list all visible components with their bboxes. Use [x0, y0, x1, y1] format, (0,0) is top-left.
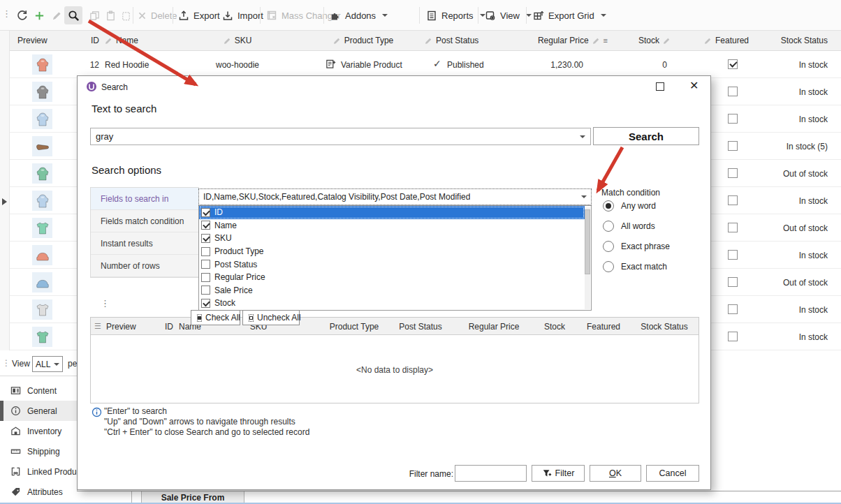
ruler-icon — [10, 446, 21, 457]
ok-button[interactable]: OK — [590, 465, 641, 482]
edit-button[interactable] — [47, 6, 66, 24]
radio-icon[interactable] — [603, 221, 614, 232]
field-checkbox[interactable] — [201, 273, 210, 282]
filter-name-input[interactable] — [455, 465, 527, 482]
stock-status-value: In stock — [754, 114, 828, 124]
featured-checkbox[interactable] — [728, 304, 738, 314]
column-featured[interactable]: Featured — [688, 36, 765, 45]
tab-attributes[interactable]: Attributes — [0, 482, 77, 502]
column-id[interactable]: ID — [85, 36, 99, 45]
column-sku[interactable]: SKU — [189, 36, 286, 45]
addons-button[interactable]: Addons — [330, 6, 388, 24]
results-column-header[interactable]: Post Status — [379, 322, 462, 332]
match-option-exact-phrase[interactable]: Exact phrase — [603, 241, 670, 252]
field-list-item[interactable]: Post Status — [199, 258, 591, 271]
column-product-type[interactable]: Product Type — [307, 36, 419, 45]
check-all-button[interactable]: Check All — [191, 310, 240, 325]
import-button[interactable]: Import — [222, 6, 263, 24]
radio-icon[interactable] — [603, 200, 614, 212]
reports-button[interactable]: Reports — [426, 6, 485, 24]
field-checkbox[interactable] — [201, 221, 210, 230]
app-logo-icon — [86, 81, 97, 92]
featured-checkbox[interactable] — [728, 277, 738, 287]
search-submit-button[interactable]: Search — [593, 127, 699, 145]
column-preview[interactable]: Preview — [17, 36, 47, 45]
results-column-header[interactable]: Stock Status — [630, 322, 699, 332]
field-list-item[interactable]: Name — [199, 219, 591, 232]
column-regular-price[interactable]: Regular Price ≡ — [461, 36, 608, 45]
results-column-header[interactable]: Regular Price — [452, 322, 536, 332]
featured-checkbox[interactable] — [728, 114, 738, 124]
featured-checkbox[interactable] — [728, 168, 738, 178]
search-hints: "Enter" to search "Up" and "Down" arrows… — [104, 406, 309, 438]
maximize-button[interactable] — [656, 82, 664, 91]
tab-linked-products[interactable]: Linked Products — [0, 461, 77, 482]
uncheck-all-button[interactable]: Uncheck All — [242, 310, 300, 325]
match-option-exact-match[interactable]: Exact match — [603, 261, 667, 272]
cancel-button[interactable]: Cancel — [646, 465, 699, 482]
results-column-header[interactable]: Stock — [527, 322, 583, 332]
radio-icon[interactable] — [603, 261, 614, 272]
field-list-item[interactable]: SKU — [199, 232, 591, 245]
refresh-button[interactable] — [13, 6, 31, 24]
search-text-value: gray — [96, 131, 113, 142]
row1-stock: 0 — [615, 60, 667, 70]
radio-icon[interactable] — [603, 241, 614, 252]
toolbar-separator — [419, 7, 420, 24]
tab-general[interactable]: General — [0, 401, 77, 421]
option-row[interactable]: Number of rows — [91, 255, 198, 277]
featured-checkbox[interactable] — [728, 87, 738, 96]
results-column-header[interactable]: Featured — [576, 322, 631, 332]
field-list-item[interactable]: Product Type — [199, 245, 591, 258]
featured-checkbox[interactable] — [728, 141, 738, 151]
filter-button[interactable]: Filter — [532, 465, 585, 482]
match-option-any-word[interactable]: Any word — [603, 200, 656, 212]
column-stock-status[interactable]: Stock Status — [758, 36, 828, 45]
featured-checkbox[interactable] — [728, 223, 738, 232]
field-checkbox[interactable] — [201, 234, 210, 243]
field-checkbox[interactable] — [201, 299, 210, 308]
published-check-icon: ✓ — [433, 58, 441, 69]
option-row[interactable]: Fields match condition — [91, 210, 198, 232]
view-button[interactable]: View — [485, 6, 532, 24]
info-icon — [10, 406, 21, 416]
field-checkbox[interactable] — [201, 247, 210, 256]
search-button[interactable] — [64, 6, 82, 24]
tshirt-thumb-icon — [34, 329, 51, 346]
delete-button[interactable]: Delete — [138, 6, 177, 24]
field-list-item[interactable]: Sale Price — [199, 284, 591, 297]
featured-checkbox[interactable] — [728, 250, 738, 260]
column-stock[interactable]: Stock — [594, 36, 671, 45]
row1-values: 12 Red Hoodie woo-hoodie Variable Produc… — [0, 51, 841, 78]
search-text-input[interactable]: gray — [90, 128, 591, 145]
results-column-header[interactable]: Preview — [106, 322, 138, 332]
close-icon[interactable]: ✕ — [689, 79, 699, 92]
field-checkbox[interactable] — [201, 286, 210, 295]
row1-name: Red Hoodie — [105, 60, 149, 70]
pencil-icon — [704, 37, 712, 45]
column-name[interactable]: Name — [105, 36, 138, 45]
export-button[interactable]: Export — [178, 6, 220, 24]
tab-shipping[interactable]: Shipping — [0, 441, 77, 461]
field-checkbox[interactable] — [201, 208, 210, 217]
view-page-size-select[interactable]: ALL — [32, 356, 63, 372]
field-list-item[interactable]: Stock — [199, 297, 591, 310]
tab-content[interactable]: Content — [0, 380, 77, 401]
featured-checkbox[interactable] — [728, 195, 738, 205]
field-checkbox[interactable] — [201, 260, 210, 269]
dialog-titlebar[interactable]: Search ✕ — [78, 76, 710, 97]
results-column-header[interactable]: ID — [149, 322, 173, 332]
export-grid-button[interactable]: Export Grid — [533, 6, 606, 24]
tab-inventory[interactable]: Inventory — [0, 421, 77, 441]
column-chooser-icon[interactable]: ☰ — [94, 322, 101, 331]
scrollbar-thumb[interactable] — [585, 209, 590, 274]
fields-to-search-combo[interactable]: ID,Name,SKU,Stock,Featured,Catalog Visib… — [198, 188, 592, 205]
field-list-item[interactable]: Regular Price — [199, 271, 591, 284]
match-option-all-words[interactable]: All words — [603, 221, 655, 232]
option-row[interactable]: Instant results — [91, 232, 198, 255]
option-row[interactable]: Fields to search in — [91, 188, 198, 210]
field-list-item[interactable]: ID — [199, 206, 585, 219]
listbox-scrollbar[interactable] — [585, 207, 590, 309]
add-button[interactable] — [30, 6, 48, 24]
featured-checkbox[interactable] — [728, 332, 738, 341]
